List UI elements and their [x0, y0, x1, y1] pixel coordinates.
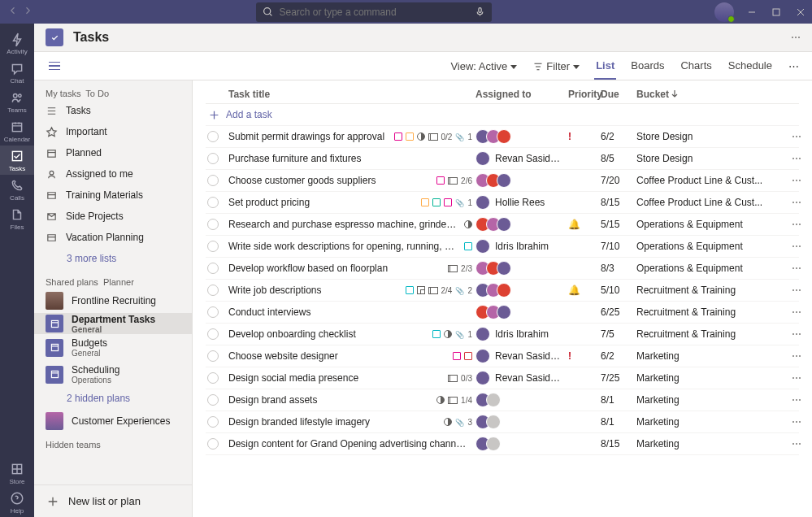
sidebar-plan-department-tasks[interactable]: Department TasksGeneral	[34, 313, 192, 334]
rail-activity[interactable]: Activity	[0, 28, 34, 58]
row-more-button[interactable]: ⋯	[786, 175, 807, 186]
hamburger-button[interactable]	[46, 59, 63, 74]
mic-icon[interactable]	[475, 7, 485, 17]
row-more-button[interactable]: ⋯	[786, 219, 807, 230]
complete-toggle[interactable]	[207, 131, 219, 142]
header-more-button[interactable]: ⋯	[791, 32, 801, 43]
sidebar-list-training[interactable]: Training Materials	[34, 185, 192, 206]
task-row[interactable]: Write side work descriptions for opening…	[206, 236, 799, 258]
row-more-button[interactable]: ⋯	[786, 416, 807, 428]
more-lists-link[interactable]: 3 more lists	[34, 248, 192, 269]
sidebar-list-vacation[interactable]: Vacation Planning	[34, 227, 192, 248]
note-icon	[417, 286, 425, 294]
sidebar-list-planned[interactable]: Planned	[34, 142, 192, 163]
row-more-button[interactable]: ⋯	[786, 394, 807, 406]
complete-toggle[interactable]	[207, 416, 219, 428]
row-more-button[interactable]: ⋯	[786, 285, 807, 296]
complete-toggle[interactable]	[207, 350, 219, 362]
row-more-button[interactable]: ⋯	[786, 197, 807, 208]
complete-toggle[interactable]	[207, 285, 219, 296]
sidebar-list-assigned[interactable]: Assigned to me	[34, 163, 192, 185]
task-row[interactable]: Submit permit drawings for approval0/21!…	[206, 126, 799, 148]
row-more-button[interactable]: ⋯	[786, 328, 807, 340]
maximize-button[interactable]	[770, 6, 783, 19]
sidebar-plan-frontline-recruiting[interactable]: Frontline Recruiting	[34, 289, 192, 313]
add-task-row[interactable]: Add a task	[206, 104, 799, 126]
nav-forward[interactable]	[23, 6, 33, 18]
task-row[interactable]: Set product pricing1Hollie Rees8/15Coffe…	[206, 192, 799, 214]
row-more-button[interactable]: ⋯	[786, 350, 807, 362]
rail-teams[interactable]: Teams	[0, 87, 34, 116]
row-more-button[interactable]: ⋯	[786, 306, 807, 318]
task-row[interactable]: Research and purchase espresso machine, …	[206, 214, 799, 236]
task-row[interactable]: Choose customer goods suppliers2/67/20Co…	[206, 170, 799, 192]
rail-help[interactable]: Help	[0, 488, 34, 517]
sidebar-list-important[interactable]: Important	[34, 121, 192, 142]
complete-toggle[interactable]	[207, 153, 219, 164]
task-row[interactable]: Write job descriptions2/42🔔5/10Recruitme…	[206, 280, 799, 302]
rail-calls[interactable]: Calls	[0, 175, 34, 204]
sidebar-plan-scheduling[interactable]: SchedulingOperations	[34, 361, 192, 388]
complete-toggle[interactable]	[207, 219, 219, 230]
minimize-button[interactable]	[745, 6, 758, 19]
task-row[interactable]: Design brand assets1/48/1Marketing⋯	[206, 389, 799, 411]
complete-toggle[interactable]	[207, 328, 219, 340]
nav-back[interactable]	[8, 6, 18, 18]
complete-toggle[interactable]	[207, 372, 219, 384]
col-assigned[interactable]: Assigned to	[475, 89, 565, 100]
svg-point-3	[14, 93, 18, 98]
tab-boards[interactable]: Boards	[629, 53, 666, 80]
row-more-button[interactable]: ⋯	[786, 131, 807, 142]
tab-charts[interactable]: Charts	[679, 53, 713, 80]
task-row[interactable]: Design content for Grand Opening adverti…	[206, 433, 799, 455]
hidden-teams-label[interactable]: Hidden teams	[34, 433, 192, 456]
rail-tasks[interactable]: Tasks	[0, 146, 34, 175]
col-due[interactable]: Due	[601, 89, 633, 100]
rail-chat[interactable]: Chat	[0, 58, 34, 87]
row-more-button[interactable]: ⋯	[786, 153, 807, 164]
task-row[interactable]: Purchase furniture and fixturesRevan Sas…	[206, 148, 799, 170]
sidebar-plan-customer-experiences[interactable]: Customer Experiences	[34, 409, 192, 433]
task-row[interactable]: Design social media presence0/3Revan Sas…	[206, 367, 799, 389]
complete-toggle[interactable]	[207, 175, 219, 186]
complete-toggle[interactable]	[207, 241, 219, 252]
complete-toggle[interactable]	[207, 394, 219, 406]
row-more-button[interactable]: ⋯	[786, 241, 807, 252]
current-user-avatar[interactable]	[714, 2, 734, 22]
complete-toggle[interactable]	[207, 438, 219, 450]
filter-button[interactable]: Filter	[532, 54, 581, 79]
tab-list[interactable]: List	[594, 53, 616, 80]
view-selector[interactable]: View: Active	[449, 54, 519, 79]
rail-calendar[interactable]: Calendar	[0, 116, 34, 146]
col-priority[interactable]: Priority	[568, 89, 597, 100]
task-row[interactable]: Design branded lifestyle imagery38/1Mark…	[206, 411, 799, 433]
complete-toggle[interactable]	[207, 263, 219, 274]
subheader-more-button[interactable]: ⋯	[787, 54, 801, 79]
sidebar-list-side[interactable]: Side Projects	[34, 206, 192, 227]
search-input[interactable]	[280, 7, 468, 18]
complete-toggle[interactable]	[207, 197, 219, 208]
sidebar-list-tasks[interactable]: Tasks	[34, 100, 192, 121]
hidden-plans-link[interactable]: 2 hidden plans	[34, 388, 192, 409]
task-row[interactable]: Develop onboarding checklist1Idris Ibrah…	[206, 324, 799, 345]
rail-store[interactable]: Store	[0, 458, 34, 488]
rail-files[interactable]: Files	[0, 204, 34, 233]
new-list-button[interactable]: New list or plan	[34, 484, 192, 517]
tab-schedule[interactable]: Schedule	[727, 53, 774, 80]
sidebar-plan-budgets[interactable]: BudgetsGeneral	[34, 334, 192, 361]
bucket-cell: Marketing	[636, 394, 783, 406]
col-title[interactable]: Task title	[228, 89, 472, 100]
row-more-button[interactable]: ⋯	[786, 372, 807, 384]
tag-icon	[444, 198, 452, 206]
row-more-button[interactable]: ⋯	[786, 438, 807, 450]
search-box[interactable]	[256, 2, 492, 22]
col-bucket[interactable]: Bucket	[636, 89, 783, 100]
row-more-button[interactable]: ⋯	[786, 263, 807, 274]
task-row[interactable]: Develop workflow based on floorplan2/38/…	[206, 258, 799, 280]
complete-toggle[interactable]	[207, 306, 219, 318]
progress-icon	[417, 133, 425, 141]
task-row[interactable]: Choose website designerRevan Sasidhan!6/…	[206, 345, 799, 367]
close-button[interactable]	[794, 6, 807, 19]
checklist-icon	[428, 133, 438, 141]
task-row[interactable]: Conduct interviews6/25Recruitment & Trai…	[206, 302, 799, 324]
